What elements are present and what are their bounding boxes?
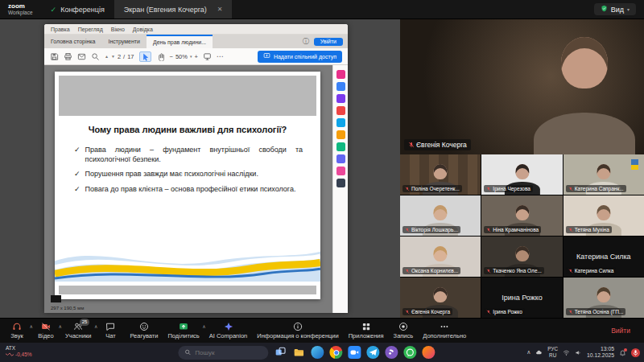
participant-tile[interactable]: Тетяна Осніна (ГП... [564,278,644,318]
highlight-tool-icon[interactable] [336,82,345,91]
cloud-icon[interactable] [535,349,543,356]
apps-label: Приложения [349,332,384,339]
apps-button[interactable]: Приложения [349,322,384,339]
tray-chevron-icon[interactable]: ∧ [526,349,530,356]
print-icon[interactable] [64,52,72,61]
participant-tile[interactable]: Вікторія Лошкарь... [400,195,481,236]
notifications-bell-icon[interactable] [619,349,626,356]
info-icon[interactable]: ⓘ [299,37,312,46]
page-thumbnail[interactable] [51,295,61,302]
telegram-icon[interactable] [366,346,379,359]
task-view-icon[interactable] [274,346,287,359]
participant-tile[interactable]: Оксана Корнилєв... [400,237,481,277]
video-button[interactable]: Відео ∧ [36,322,56,339]
participant-tile-video-off[interactable]: Катерина Силка Катерина Силка [564,237,644,277]
mic-in-use-indicator[interactable] [631,348,640,357]
menu-help[interactable]: Довідка [133,27,153,32]
active-speaker-video[interactable]: Євгенія Кочерга [400,19,644,154]
sign-in-button[interactable]: Увійти [314,38,343,46]
zoom-in-icon[interactable]: + [194,53,197,60]
participant-name: Ніна Крамчанінова [493,227,539,232]
taskbar-clock[interactable]: 13:05 10.12.2025 [587,346,614,360]
participant-tile[interactable]: Катерина Сапранк... [564,154,644,195]
more-tools-icon[interactable]: ⋯ [217,52,224,60]
pdf-share-button[interactable]: Надати спільний доступ [258,51,342,63]
participant-tile[interactable]: Євгенія Кочерга [400,278,481,318]
organize-tool-icon[interactable] [336,154,345,163]
speaker-icon[interactable] [575,349,582,356]
stamp-tool-icon[interactable] [336,130,345,139]
chevron-up-icon[interactable]: ∧ [59,323,62,329]
react-button[interactable]: Реагувати [130,322,158,339]
chevron-up-icon[interactable]: ∧ [30,323,33,329]
audio-button[interactable]: Звук ∧ [7,322,27,339]
page-current[interactable]: 2 [118,53,121,60]
taskbar-search[interactable] [178,346,268,360]
hand-tool-icon[interactable] [156,52,165,61]
convert-tool-icon[interactable] [336,118,345,127]
share-button[interactable]: Поділитись ∧ [167,322,199,339]
mic-muted-icon [486,187,491,191]
zoom-caret-icon[interactable]: ▾ [190,54,192,59]
zoom-level[interactable]: 50% [175,53,188,60]
more-button[interactable]: Дополнительно [423,322,466,339]
chevron-up-icon[interactable]: ∧ [202,323,205,329]
browser-edge-icon[interactable] [311,346,324,359]
tab-screen-share[interactable]: Экран (Евгения Кочерга) ✕ [114,0,233,19]
ai-companion-button[interactable]: AI Companion [209,322,248,339]
compress-tool-icon[interactable] [336,167,345,175]
wifi-icon[interactable] [563,349,570,356]
share-screen-icon [263,52,270,60]
participant-tile[interactable]: Тетяна Мухіна [564,195,644,236]
search-input[interactable] [195,349,262,356]
chevron-up-icon[interactable]: ∧ [94,323,97,329]
logo-line2: Workplace [8,10,33,15]
mic-muted-icon [486,310,491,315]
mic-muted-icon [568,310,573,315]
meeting-info-button[interactable]: Информация о конференции [257,322,338,339]
menu-view[interactable]: Перегляд [78,27,103,32]
menu-edit[interactable]: Правка [51,27,70,32]
record-button[interactable]: Запись [394,322,414,339]
participant-tile[interactable]: Ірина Черезова [481,154,562,195]
participant-tile[interactable]: Ніна Крамчанінова [481,195,562,236]
tab-meeting[interactable]: ✓ Конференція [41,0,114,19]
page-down-icon[interactable]: ▼ [111,55,115,59]
fill-sign-tool-icon[interactable] [336,94,345,103]
edit-tool-icon[interactable] [336,106,345,115]
leave-button[interactable]: Вийти [605,323,637,338]
tab-document[interactable]: День прав людини... [147,35,213,48]
browser-chrome-icon[interactable] [329,346,342,359]
zoom-out-icon[interactable]: − [170,53,173,60]
pdf-tools-strip [332,65,348,313]
tab-tools[interactable]: Інструменти [101,37,146,46]
email-icon[interactable] [77,52,86,61]
close-icon[interactable]: ✕ [217,6,223,13]
stocks-widget[interactable]: ATX -0,45% [6,345,32,358]
participant-tile[interactable]: Ткаченко Яна Оле... [481,237,562,277]
viber-icon[interactable] [385,346,398,359]
page-view-icon[interactable] [203,52,212,61]
participant-tile-video-off[interactable]: Ірина Рожко Ірина Рожко [481,278,562,318]
chat-button[interactable]: Чат [101,322,120,339]
react-label: Реагувати [130,332,158,339]
firefox-icon[interactable] [422,346,435,359]
page-up-icon[interactable]: ▲ [105,55,109,59]
export-tool-icon[interactable] [336,142,345,151]
comment-tool-icon[interactable] [336,70,345,79]
search-icon[interactable] [91,52,100,61]
bullet-text: Порушення прав завжди має психологічні н… [85,170,258,179]
select-tool-button[interactable] [139,51,151,62]
whatsapp-icon[interactable] [403,346,416,359]
participant-tile[interactable]: Поліна Очеретенк... [400,154,481,195]
more-tool-icon[interactable] [336,179,345,187]
save-icon[interactable] [50,52,59,61]
file-explorer-icon[interactable] [292,346,305,359]
video-label: Відео [38,332,53,339]
menu-window[interactable]: Вікно [111,27,125,32]
language-switcher[interactable]: РУС RU [547,346,558,359]
participants-button[interactable]: 25 Учасники ∧ [65,322,91,339]
zoom-app-icon[interactable] [348,346,361,359]
tab-home[interactable]: Головна сторінка [44,37,101,46]
view-button[interactable]: Вид ▾ [594,3,636,15]
